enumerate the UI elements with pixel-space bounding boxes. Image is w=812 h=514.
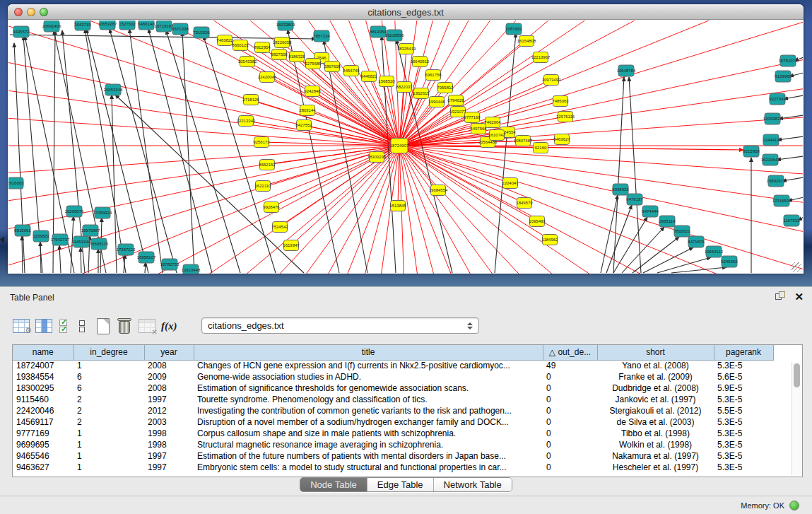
node-table-grid[interactable]: namein_degreeyeartitle△ out_de...shortpa… bbox=[13, 345, 774, 473]
graph-node[interactable]: 22420046 bbox=[258, 72, 277, 83]
graph-node[interactable]: 8822037 bbox=[396, 82, 413, 93]
cell[interactable]: 2 bbox=[73, 405, 144, 416]
graph-node[interactable]: 7524542 bbox=[271, 222, 288, 233]
graph-node[interactable]: 18724007 bbox=[390, 139, 409, 153]
graph-node[interactable]: 8915061 bbox=[14, 225, 31, 236]
table-selector-dropdown[interactable]: citations_edges.txt bbox=[201, 317, 479, 334]
graph-node[interactable]: 1610742 bbox=[488, 130, 505, 141]
graph-node[interactable]: 1244413 bbox=[763, 134, 779, 146]
cell[interactable]: 1 bbox=[73, 439, 144, 450]
cell[interactable]: 0 bbox=[543, 371, 597, 382]
graph-node[interactable]: 2616003 bbox=[8, 177, 24, 189]
graph-node[interactable]: 1095493 bbox=[529, 216, 546, 227]
column-header-year[interactable]: year bbox=[144, 345, 194, 360]
table-scrollbar-thumb[interactable] bbox=[794, 363, 800, 387]
graph-node[interactable]: 9245652 bbox=[721, 256, 738, 267]
graph-node[interactable]: 9928476 bbox=[263, 202, 280, 213]
graph-node[interactable]: 19975887 bbox=[81, 225, 100, 236]
graph-node[interactable]: 7463822 bbox=[216, 35, 233, 46]
graph-node[interactable]: 8471876 bbox=[688, 236, 705, 247]
graph-node[interactable]: 12923448 bbox=[182, 264, 201, 274]
cell[interactable]: Dudbridge et al. (2008) bbox=[597, 382, 714, 394]
cell[interactable]: Genome-wide association studies in ADHD. bbox=[194, 371, 543, 382]
graph-node[interactable]: 10973493 bbox=[542, 75, 561, 86]
graph-node[interactable]: 12093837 bbox=[763, 113, 782, 124]
cell[interactable]: 5.3E-5 bbox=[714, 439, 773, 450]
graph-node[interactable]: 12213343 bbox=[237, 116, 256, 127]
column-header-pagerank[interactable]: pagerank bbox=[714, 345, 773, 360]
cell[interactable]: 1997 bbox=[144, 450, 194, 462]
cell[interactable]: 2008 bbox=[144, 360, 194, 371]
graph-node[interactable]: 1513845 bbox=[389, 201, 406, 211]
table-row[interactable]: 911546021997Tourette syndrome. Phenomeno… bbox=[13, 394, 773, 405]
graph-node[interactable]: 1156823 bbox=[33, 230, 50, 242]
function-builder-button[interactable]: f(x) bbox=[161, 316, 177, 336]
column-header-in-degree[interactable]: in_degree bbox=[73, 345, 144, 360]
graph-node[interactable]: 16154808 bbox=[517, 36, 536, 47]
graph-node[interactable]: 1849579 bbox=[516, 198, 533, 209]
select-columns-button[interactable] bbox=[59, 316, 67, 336]
window-titlebar[interactable]: citations_edges.txt bbox=[8, 4, 804, 20]
graph-node[interactable]: 16033809 bbox=[276, 21, 295, 30]
graph-node[interactable]: 9275685 bbox=[305, 59, 322, 69]
table-row[interactable]: 1830029562008Estimation of significance … bbox=[13, 382, 773, 394]
graph-node[interactable]: 10648784 bbox=[617, 65, 636, 76]
cell[interactable]: Investigating the contribution of common… bbox=[194, 405, 543, 416]
cell[interactable]: 5.3E-5 bbox=[714, 462, 773, 473]
graph-node[interactable]: 8912954 bbox=[254, 42, 271, 53]
graph-node[interactable]: 9777169 bbox=[464, 112, 481, 123]
graph-node[interactable]: 6466140 bbox=[138, 21, 155, 30]
graph-node[interactable]: 17957223 bbox=[117, 244, 136, 255]
cell[interactable]: Tibbo et al. (1998) bbox=[597, 428, 714, 439]
column-header-name[interactable]: name bbox=[13, 345, 73, 360]
graph-node[interactable]: 2087682 bbox=[505, 23, 522, 35]
cell[interactable]: Estimation of significance thresholds fo… bbox=[194, 382, 543, 394]
column-header-out-de-[interactable]: △ out_de... bbox=[543, 345, 597, 360]
cell[interactable]: 1 bbox=[73, 428, 144, 439]
graph-node[interactable]: 16782753 bbox=[160, 259, 180, 270]
graph-node[interactable]: 10653287 bbox=[98, 21, 117, 30]
graph-node[interactable]: 20691406 bbox=[42, 21, 61, 32]
graph-node[interactable]: 17016504 bbox=[772, 195, 792, 206]
cell[interactable]: 6 bbox=[73, 371, 144, 382]
cell[interactable]: 2008 bbox=[144, 382, 194, 394]
graph-node[interactable]: 2718126 bbox=[242, 95, 259, 105]
graph-node[interactable]: 6479197 bbox=[626, 194, 643, 205]
row-height-button[interactable] bbox=[79, 316, 85, 336]
graph-node[interactable]: 9446821 bbox=[360, 71, 377, 82]
graph-node[interactable]: 7857224 bbox=[313, 30, 330, 42]
delete-column-button[interactable] bbox=[117, 316, 131, 336]
cell[interactable]: 5.3E-5 bbox=[714, 416, 773, 428]
cell[interactable]: 18300295 bbox=[13, 382, 73, 394]
graph-node[interactable]: 1622110 bbox=[255, 181, 272, 192]
cell[interactable]: 5.3E-5 bbox=[714, 450, 773, 462]
graph-node[interactable]: 16640910 bbox=[411, 57, 430, 67]
cell[interactable]: Nakamura et al. (1997) bbox=[597, 450, 714, 462]
cell[interactable]: 0 bbox=[543, 450, 597, 462]
graph-node[interactable]: 8215958 bbox=[743, 146, 760, 157]
graph-node[interactable]: 12975115 bbox=[556, 112, 575, 122]
table-row[interactable]: 1938455462009Genome-wide association stu… bbox=[13, 371, 773, 382]
cell[interactable]: 9465546 bbox=[13, 450, 73, 462]
cell[interactable]: Yano et al. (2008) bbox=[597, 360, 714, 371]
graph-node[interactable]: 19384554 bbox=[429, 185, 448, 196]
cell[interactable]: 1997 bbox=[144, 394, 194, 405]
table-settings-button[interactable]: ⚙ bbox=[13, 316, 30, 336]
create-column-button[interactable] bbox=[97, 316, 110, 336]
cell[interactable]: 5.5E-5 bbox=[714, 405, 773, 416]
cell[interactable]: 14569117 bbox=[13, 416, 73, 428]
cell[interactable]: Franke et al. (2009) bbox=[597, 371, 714, 382]
graph-node[interactable]: 1362615 bbox=[413, 88, 430, 99]
graph-node[interactable]: 9242848 bbox=[304, 86, 321, 97]
graph-node[interactable]: 19218596 bbox=[385, 30, 404, 41]
cell[interactable]: Disruption of a novel member of a sodium… bbox=[194, 416, 543, 428]
graph-node[interactable]: 16210643 bbox=[761, 154, 780, 165]
table-row[interactable]: 969969511998Structural magnetic resonanc… bbox=[13, 439, 773, 450]
graph-node[interactable]: 12213967 bbox=[531, 52, 551, 63]
table-row[interactable]: 1872400712008Changes of HCN gene express… bbox=[13, 360, 773, 371]
cell[interactable]: 0 bbox=[543, 439, 597, 450]
graph-node[interactable]: 18325419 bbox=[397, 44, 416, 54]
graph-node[interactable]: 1619347 bbox=[283, 240, 300, 251]
graph-node[interactable]: 7515526 bbox=[193, 27, 210, 38]
graph-node[interactable]: 10719181 bbox=[155, 21, 174, 32]
